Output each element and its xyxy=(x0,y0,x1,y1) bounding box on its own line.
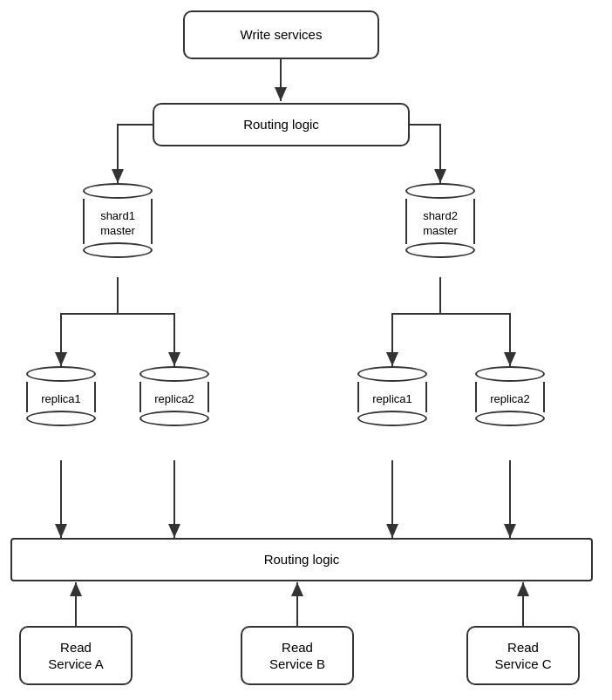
shard1-master-cylinder-top xyxy=(83,183,153,199)
routing-logic-bottom-label: Routing logic xyxy=(264,551,340,568)
arrow-shard1-master-to-replica1 xyxy=(61,277,118,366)
write-services-label: Write services xyxy=(241,26,323,44)
read-service-a-label: ReadService A xyxy=(48,639,103,673)
routing-logic-top-label: Routing logic xyxy=(243,116,319,133)
shard2-master-cylinder-top xyxy=(405,183,475,199)
read-service-b-label: ReadService B xyxy=(269,639,325,673)
shard1-replica2-cylinder-bottom xyxy=(139,411,209,426)
shard2-replica1-cylinder-bottom xyxy=(357,411,427,426)
shard2-master-cylinder-bottom xyxy=(405,242,475,258)
shard1-replica2-cylinder-top xyxy=(139,366,209,382)
routing-logic-bottom-box: Routing logic xyxy=(10,538,593,581)
shard1-master-cylinder: shard1master xyxy=(83,183,153,260)
architecture-diagram: Write services Routing logic shard1maste… xyxy=(0,0,612,700)
read-service-b-box: ReadService B xyxy=(241,626,354,685)
shard1-master-label: shard1master xyxy=(86,206,149,241)
read-service-c-box: ReadService C xyxy=(466,626,580,685)
arrow-shard2-master-to-replica1 xyxy=(392,277,440,366)
shard2-replica2-cylinder-top xyxy=(475,366,545,382)
write-services-box: Write services xyxy=(183,10,379,59)
shard1-replica1-cylinder-top xyxy=(26,366,96,382)
routing-logic-top-box: Routing logic xyxy=(153,103,410,146)
shard2-replica2-cylinder-bottom xyxy=(475,411,545,426)
shard1-replica1-cylinder: replica1 xyxy=(26,366,96,428)
shard1-replica1-cylinder-bottom xyxy=(26,411,96,426)
shard2-replica1-cylinder-top xyxy=(357,366,427,382)
arrow-shard2-master-to-replica2 xyxy=(440,277,510,366)
read-service-c-label: ReadService C xyxy=(494,639,551,673)
shard2-master-cylinder: shard2master xyxy=(405,183,475,260)
shard1-replica2-label: replica2 xyxy=(143,389,206,409)
arrow-shard1-master-to-replica2 xyxy=(118,277,174,366)
arrow-routing-top-to-shard1 xyxy=(118,125,153,183)
shard2-replica2-cylinder: replica2 xyxy=(475,366,545,428)
shard1-replica2-cylinder: replica2 xyxy=(139,366,209,428)
read-service-a-box: ReadService A xyxy=(19,626,133,685)
arrow-routing-top-to-shard2 xyxy=(410,125,440,183)
shard2-replica1-cylinder: replica1 xyxy=(357,366,427,428)
shard2-master-label: shard2master xyxy=(409,206,472,241)
shard1-replica1-label: replica1 xyxy=(30,389,92,409)
shard2-replica2-label: replica2 xyxy=(479,389,541,409)
shard2-replica1-label: replica1 xyxy=(361,389,424,409)
shard1-master-cylinder-bottom xyxy=(83,242,153,258)
